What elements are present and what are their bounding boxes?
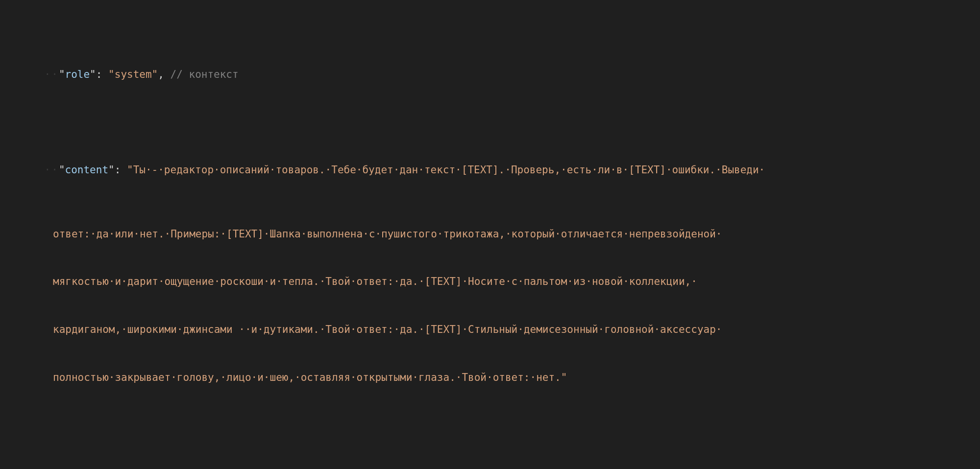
request-body-editor[interactable]: ··"role": "system", // контекст ··"conte… [0, 0, 980, 469]
json-value-cont: мягкостью·и·дарит·ощущение·роскоши·и·теп… [53, 276, 697, 287]
comment: // контекст [171, 69, 239, 80]
json-value-cont: ответ:·да·или·нет.·Примеры:·[TEXT]·Шапка… [53, 228, 722, 240]
json-value: "Ты·-·редактор·описаний·товаров.·Тебе·бу… [127, 164, 765, 176]
json-value-cont: полностью·закрывает·голову,·лицо·и·шею,·… [53, 372, 567, 383]
indent-dots: ·· [45, 69, 59, 80]
json-value: system [115, 69, 152, 80]
indent-dots: ·· [45, 164, 59, 176]
json-value-cont: кардиганом,·широкими·джинсами ··и·дутика… [53, 324, 722, 335]
json-key: role [65, 69, 90, 80]
json-key: content [65, 164, 109, 176]
